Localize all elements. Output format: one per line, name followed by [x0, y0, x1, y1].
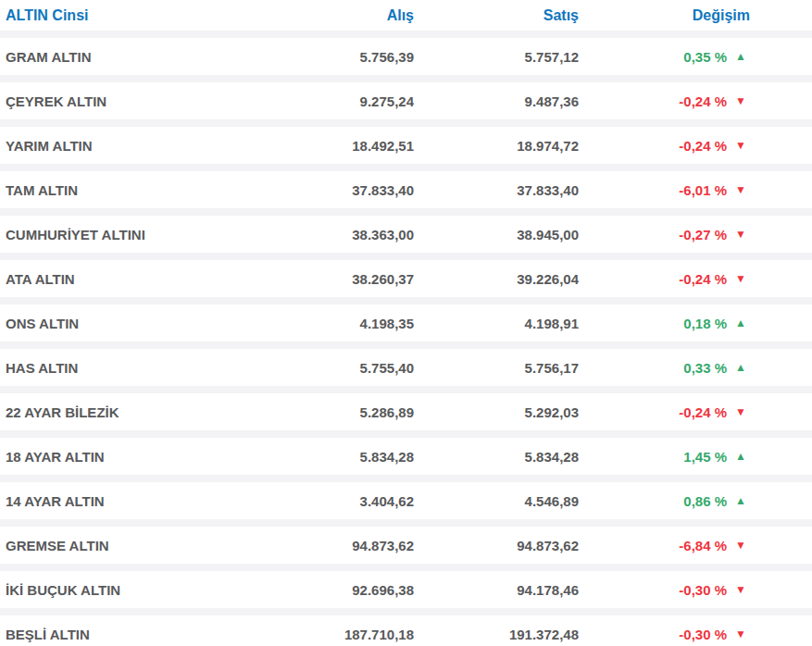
change-percent: -6,01 % [579, 182, 727, 198]
change-percent: 0,18 % [579, 316, 727, 331]
table-row[interactable]: HAS ALTIN 5.755,40 5.756,17 0,33 % ▲ [0, 349, 812, 386]
gold-type-label: ATA ALTIN [0, 271, 259, 287]
table-row[interactable]: ATA ALTIN 38.260,37 39.226,04 -0,24 % ▼ [0, 260, 812, 297]
table-body: GRAM ALTIN 5.756,39 5.757,12 0,35 % ▲ ÇE… [0, 38, 812, 646]
table-row[interactable]: BEŞLİ ALTIN 187.710,18 191.372,48 -0,30 … [0, 615, 812, 646]
trend-arrow-icon: ▲ [727, 451, 755, 462]
trend-arrow-icon: ▼ [727, 184, 755, 195]
column-header-buy: Alış [259, 7, 414, 24]
column-header-sell: Satış [414, 7, 579, 24]
sell-price: 37.833,40 [414, 182, 579, 198]
buy-price: 38.363,00 [259, 227, 414, 242]
table-row[interactable]: 22 AYAR BİLEZİK 5.286,89 5.292,03 -0,24 … [0, 393, 812, 430]
sell-price: 38.945,00 [414, 227, 579, 242]
trend-arrow-icon: ▲ [727, 51, 755, 62]
change-percent: 1,45 % [579, 449, 727, 465]
gold-type-label: HAS ALTIN [0, 360, 259, 376]
change-percent: -0,27 % [579, 227, 727, 242]
gold-type-label: ONS ALTIN [0, 316, 259, 331]
buy-price: 5.755,40 [259, 360, 414, 376]
table-row[interactable]: CUMHURİYET ALTINI 38.363,00 38.945,00 -0… [0, 216, 812, 253]
table-row[interactable]: YARIM ALTIN 18.492,51 18.974,72 -0,24 % … [0, 127, 812, 164]
column-header-gold-type: ALTIN Cinsi [0, 7, 259, 24]
trend-arrow-icon: ▼ [727, 95, 755, 106]
gold-type-label: İKİ BUÇUK ALTIN [0, 582, 259, 598]
gold-type-label: 14 AYAR ALTIN [0, 493, 259, 509]
table-row[interactable]: ONS ALTIN 4.198,35 4.198,91 0,18 % ▲ [0, 304, 812, 342]
gold-prices-table: ALTIN Cinsi Alış Satış Değişim GRAM ALTI… [0, 0, 812, 646]
table-row[interactable]: 18 AYAR ALTIN 5.834,28 5.834,28 1,45 % ▲ [0, 438, 812, 475]
buy-price: 38.260,37 [259, 271, 414, 287]
gold-type-label: ÇEYREK ALTIN [0, 93, 259, 109]
buy-price: 5.756,39 [259, 49, 414, 65]
buy-price: 9.275,24 [259, 93, 414, 109]
trend-arrow-icon: ▼ [727, 140, 755, 151]
gold-type-label: GRAM ALTIN [0, 49, 259, 65]
buy-price: 37.833,40 [259, 182, 414, 198]
change-percent: 0,33 % [579, 360, 727, 376]
trend-arrow-icon: ▲ [727, 495, 755, 506]
gold-type-label: BEŞLİ ALTIN [0, 627, 259, 642]
table-row[interactable]: GREMSE ALTIN 94.873,62 94.873,62 -6,84 %… [0, 527, 812, 564]
buy-price: 187.710,18 [259, 627, 414, 642]
change-percent: -0,30 % [579, 627, 727, 642]
table-row[interactable]: İKİ BUÇUK ALTIN 92.696,38 94.178,46 -0,3… [0, 571, 812, 608]
sell-price: 94.873,62 [414, 538, 579, 553]
gold-type-label: CUMHURİYET ALTINI [0, 227, 259, 242]
trend-arrow-icon: ▼ [727, 273, 755, 284]
trend-arrow-icon: ▲ [727, 362, 755, 373]
sell-price: 4.546,89 [414, 493, 579, 509]
sell-price: 9.487,36 [414, 93, 579, 109]
sell-price: 5.292,03 [414, 404, 579, 420]
sell-price: 5.756,17 [414, 360, 579, 376]
buy-price: 94.873,62 [259, 538, 414, 553]
trend-arrow-icon: ▼ [727, 229, 755, 240]
buy-price: 3.404,62 [259, 493, 414, 509]
gold-type-label: TAM ALTIN [0, 182, 259, 198]
column-header-change: Değişim [579, 7, 755, 24]
sell-price: 191.372,48 [414, 627, 579, 642]
gold-type-label: 18 AYAR ALTIN [0, 449, 259, 465]
trend-arrow-icon: ▼ [727, 628, 755, 640]
table-row[interactable]: GRAM ALTIN 5.756,39 5.757,12 0,35 % ▲ [0, 38, 812, 75]
change-percent: -0,24 % [579, 138, 727, 154]
sell-price: 94.178,46 [414, 582, 579, 598]
sell-price: 39.226,04 [414, 271, 579, 287]
trend-arrow-icon: ▼ [727, 406, 755, 417]
change-percent: -0,24 % [579, 404, 727, 420]
buy-price: 5.286,89 [259, 404, 414, 420]
change-percent: 0,35 % [579, 49, 727, 65]
gold-type-label: 22 AYAR BİLEZİK [0, 404, 259, 420]
buy-price: 5.834,28 [259, 449, 414, 465]
trend-arrow-icon: ▲ [727, 317, 755, 329]
sell-price: 18.974,72 [414, 138, 579, 154]
buy-price: 18.492,51 [259, 138, 414, 154]
change-percent: -0,30 % [579, 582, 727, 598]
change-percent: -0,24 % [579, 271, 727, 287]
trend-arrow-icon: ▼ [727, 584, 755, 595]
sell-price: 5.757,12 [414, 49, 579, 65]
change-percent: 0,86 % [579, 493, 727, 509]
change-percent: -6,84 % [579, 538, 727, 553]
table-header-row: ALTIN Cinsi Alış Satış Değişim [0, 0, 812, 31]
trend-arrow-icon: ▼ [727, 540, 755, 551]
sell-price: 5.834,28 [414, 449, 579, 465]
change-percent: -0,24 % [579, 93, 727, 109]
sell-price: 4.198,91 [414, 316, 579, 331]
table-row[interactable]: ÇEYREK ALTIN 9.275,24 9.487,36 -0,24 % ▼ [0, 82, 812, 119]
gold-type-label: YARIM ALTIN [0, 138, 259, 154]
gold-type-label: GREMSE ALTIN [0, 538, 259, 553]
table-row[interactable]: 14 AYAR ALTIN 3.404,62 4.546,89 0,86 % ▲ [0, 482, 812, 519]
table-row[interactable]: TAM ALTIN 37.833,40 37.833,40 -6,01 % ▼ [0, 171, 812, 208]
buy-price: 4.198,35 [259, 316, 414, 331]
buy-price: 92.696,38 [259, 582, 414, 598]
